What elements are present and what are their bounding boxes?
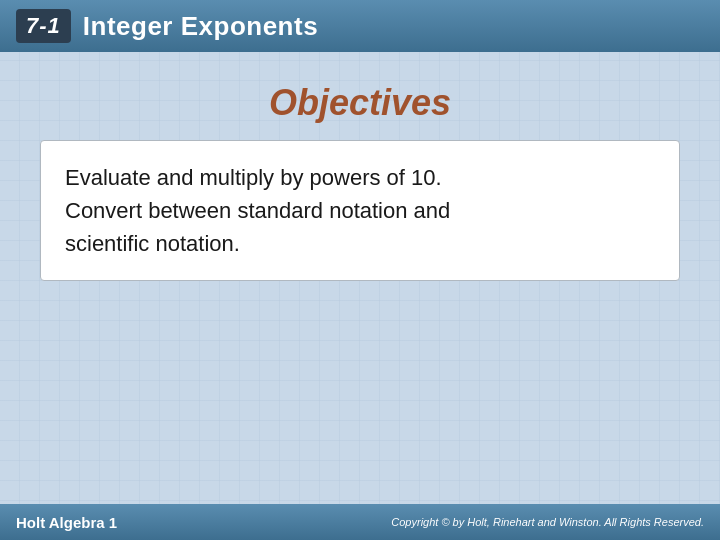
objective-line-1: Evaluate and multiply by powers of 10. xyxy=(65,165,442,190)
objective-line-3: scientific notation. xyxy=(65,231,240,256)
header-title: Integer Exponents xyxy=(83,11,318,42)
objectives-box: Evaluate and multiply by powers of 10. C… xyxy=(40,140,680,281)
content-area: Objectives Evaluate and multiply by powe… xyxy=(0,52,720,540)
footer-publisher: Holt Algebra 1 xyxy=(16,514,117,531)
footer: Holt Algebra 1 Copyright © by Holt, Rine… xyxy=(0,504,720,540)
header-bar: 7-1 Integer Exponents xyxy=(0,0,720,52)
objective-line-2: Convert between standard notation and xyxy=(65,198,450,223)
objectives-title: Objectives xyxy=(269,82,451,124)
footer-copyright: Copyright © by Holt, Rinehart and Winsto… xyxy=(391,516,704,528)
objectives-text: Evaluate and multiply by powers of 10. C… xyxy=(65,161,655,260)
lesson-badge: 7-1 xyxy=(16,9,71,43)
